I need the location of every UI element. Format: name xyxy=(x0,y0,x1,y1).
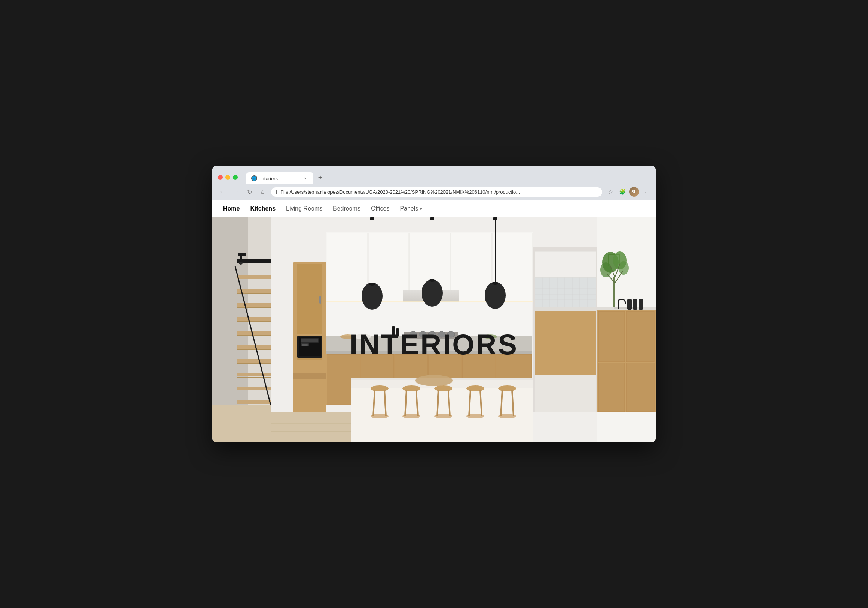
chrome-frame: Interiors × + ← → ↻ ⌂ ℹ File /Users/step… xyxy=(212,166,656,200)
svg-rect-28 xyxy=(212,405,271,442)
svg-rect-9 xyxy=(237,307,271,308)
tab-title: Interiors xyxy=(260,176,299,181)
site-nav: Home Kitchens Living Rooms Bedrooms Offi… xyxy=(212,200,656,217)
svg-point-95 xyxy=(415,375,453,386)
menu-button[interactable]: ⋮ xyxy=(640,187,651,197)
maximize-button[interactable] xyxy=(233,175,238,180)
close-button[interactable] xyxy=(218,175,223,180)
reload-button[interactable]: ↻ xyxy=(244,187,254,197)
website-content: Home Kitchens Living Rooms Bedrooms Offi… xyxy=(212,200,656,442)
svg-rect-136 xyxy=(535,307,596,311)
svg-rect-18 xyxy=(237,373,271,376)
svg-rect-48 xyxy=(293,373,326,379)
svg-point-67 xyxy=(429,279,435,282)
svg-point-66 xyxy=(422,280,443,306)
svg-rect-158 xyxy=(639,299,643,309)
svg-rect-25 xyxy=(238,253,246,256)
svg-rect-4 xyxy=(237,275,271,279)
svg-point-99 xyxy=(370,414,389,418)
svg-rect-121 xyxy=(535,277,596,307)
svg-rect-46 xyxy=(302,344,308,346)
address-bar-actions: ☆ 🧩 SL ⋮ xyxy=(605,187,651,197)
security-icon: ℹ xyxy=(276,189,277,195)
forward-button[interactable]: → xyxy=(231,187,241,197)
svg-point-112 xyxy=(498,385,516,391)
svg-point-62 xyxy=(361,283,383,309)
nav-bedrooms[interactable]: Bedrooms xyxy=(333,205,360,212)
svg-rect-37 xyxy=(297,264,322,334)
svg-point-104 xyxy=(434,385,453,391)
svg-rect-141 xyxy=(626,311,654,362)
svg-point-63 xyxy=(369,283,375,286)
svg-rect-60 xyxy=(372,217,372,283)
svg-point-96 xyxy=(370,385,389,391)
svg-rect-47 xyxy=(293,360,326,375)
title-bar: Interiors × + xyxy=(212,166,656,184)
svg-rect-156 xyxy=(627,299,632,309)
nav-offices[interactable]: Offices xyxy=(371,205,390,212)
nav-living-rooms[interactable]: Living Rooms xyxy=(286,205,322,212)
browser-tab[interactable]: Interiors × xyxy=(246,172,313,184)
profile-avatar[interactable]: SL xyxy=(629,187,639,196)
svg-rect-15 xyxy=(237,349,271,350)
address-bar-row: ← → ↻ ⌂ ℹ File /Users/stephanielopez/Doc… xyxy=(212,184,656,200)
svg-point-27 xyxy=(239,261,243,265)
traffic-lights xyxy=(218,175,238,180)
svg-rect-12 xyxy=(237,331,271,335)
svg-rect-22 xyxy=(237,401,271,404)
svg-rect-142 xyxy=(598,363,625,412)
svg-point-148 xyxy=(600,262,612,277)
svg-rect-21 xyxy=(237,391,271,391)
svg-rect-14 xyxy=(237,345,271,349)
svg-rect-135 xyxy=(535,330,596,375)
svg-rect-10 xyxy=(237,317,271,321)
svg-point-103 xyxy=(403,414,420,418)
svg-rect-140 xyxy=(598,311,625,362)
svg-rect-26 xyxy=(240,256,242,262)
address-bar[interactable]: ℹ File /Users/stephanielopez/Documents/U… xyxy=(271,187,602,196)
svg-rect-64 xyxy=(432,217,432,279)
minimize-button[interactable] xyxy=(225,175,230,180)
svg-rect-39 xyxy=(319,296,321,304)
svg-point-149 xyxy=(618,261,629,275)
tab-bar: Interiors × + xyxy=(246,170,326,184)
svg-rect-133 xyxy=(535,252,596,277)
svg-rect-65 xyxy=(430,217,434,220)
browser-window: Interiors × + ← → ↻ ⌂ ℹ File /Users/step… xyxy=(212,166,656,442)
svg-rect-51 xyxy=(327,233,367,301)
tab-favicon xyxy=(251,175,257,181)
address-text: File /Users/stephanielopez/Documents/UGA… xyxy=(281,189,598,195)
svg-point-115 xyxy=(498,414,516,418)
svg-rect-155 xyxy=(618,300,619,309)
svg-point-107 xyxy=(434,414,453,418)
new-tab-button[interactable]: + xyxy=(315,172,326,183)
svg-rect-143 xyxy=(626,363,654,412)
svg-rect-5 xyxy=(237,280,271,280)
svg-rect-69 xyxy=(493,217,498,220)
extensions-button[interactable]: 🧩 xyxy=(617,187,628,197)
file-protocol-label: File xyxy=(281,189,288,195)
nav-home[interactable]: Home xyxy=(223,205,240,212)
svg-rect-49 xyxy=(293,379,326,413)
svg-point-111 xyxy=(466,414,484,418)
bookmark-button[interactable]: ☆ xyxy=(605,187,616,197)
svg-text:INTERIORS: INTERIORS xyxy=(350,328,518,360)
svg-rect-16 xyxy=(237,359,271,362)
svg-rect-13 xyxy=(237,335,271,336)
svg-rect-17 xyxy=(237,363,271,364)
back-button[interactable]: ← xyxy=(217,187,228,197)
svg-point-71 xyxy=(492,282,498,285)
svg-rect-119 xyxy=(533,248,597,251)
svg-rect-44 xyxy=(301,339,318,342)
home-button[interactable]: ⌂ xyxy=(257,187,268,197)
svg-point-100 xyxy=(403,385,420,391)
svg-rect-19 xyxy=(237,377,271,377)
svg-point-108 xyxy=(466,385,484,391)
address-url: /Users/stephanielopez/Documents/UGA/2020… xyxy=(290,189,520,195)
tab-close-button[interactable]: × xyxy=(302,175,308,181)
nav-kitchens[interactable]: Kitchens xyxy=(250,205,276,212)
chevron-down-icon: ▾ xyxy=(420,206,422,211)
svg-rect-11 xyxy=(237,321,271,322)
nav-panels-dropdown[interactable]: Panels ▾ xyxy=(400,205,422,212)
hero-area: INTERIORS xyxy=(212,217,656,442)
